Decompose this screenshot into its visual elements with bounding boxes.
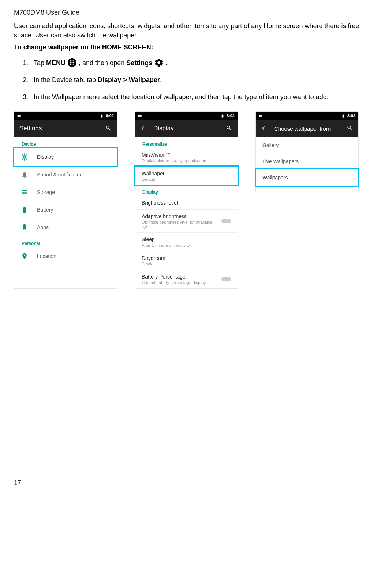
appbar: Settings (14, 120, 117, 137)
status-bar: ▭ ▮8:02 (256, 112, 358, 120)
batt-sub: Control battery percentage display (142, 280, 206, 285)
battery-icon: ▮ (221, 113, 224, 118)
daydream-sub: Clock (142, 262, 231, 266)
svg-point-6 (73, 62, 74, 63)
step-1-text-b: , and then open (77, 59, 126, 67)
android-icon (21, 224, 28, 231)
apps-grid-icon (67, 58, 77, 67)
batt-toggle[interactable] (221, 277, 231, 281)
battery-icon: ▮ (101, 113, 103, 118)
step-1: Tap MENU , and then open Settings . (30, 57, 378, 69)
wallpaper-title: Wallpaper (142, 171, 231, 176)
search-icon[interactable] (347, 125, 353, 133)
section-device: Device (14, 137, 117, 148)
row-display-label: Display (37, 154, 54, 160)
gear-icon (154, 58, 164, 67)
section-personal: Personal (14, 236, 117, 247)
section-heading: To change wallpaper on the HOME SCREEN: (14, 43, 378, 52)
svg-point-3 (73, 60, 74, 61)
row-wallpapers[interactable]: Wallpapers (256, 169, 358, 186)
row-display[interactable]: Display (14, 148, 117, 166)
section-personalize: Personalize (135, 137, 238, 148)
row-storage[interactable]: Storage (14, 183, 117, 201)
svg-point-8 (71, 63, 72, 64)
svg-point-9 (73, 63, 74, 64)
svg-point-5 (71, 62, 72, 63)
battery-icon (21, 206, 28, 213)
batt-title: Battery Percentage (142, 274, 206, 280)
step-3: In the Wallpaper menu select the locatio… (30, 92, 378, 103)
step-1-text-a: Tap (34, 59, 46, 67)
step-1-settings: Settings (126, 59, 152, 67)
row-sound-label: Sound & notification (37, 172, 83, 178)
status-time: 8:02 (347, 113, 355, 118)
row-miravision[interactable]: MiraVision™ Display picture quality opti… (135, 148, 238, 167)
row-battery[interactable]: Battery (14, 201, 117, 219)
screenshot-indicator-icon: ▭ (17, 113, 21, 118)
svg-point-4 (70, 62, 71, 63)
intro-paragraph: User can add application icons, shortcut… (14, 22, 378, 40)
display-icon (21, 153, 28, 161)
row-gallery[interactable]: Gallery (256, 137, 358, 153)
sleep-title: Sleep (142, 236, 231, 242)
appbar: Choose wallpaper from (256, 120, 358, 137)
row-location-label: Location (37, 253, 56, 259)
svg-point-2 (71, 60, 72, 61)
row-storage-label: Storage (37, 189, 55, 195)
step-1-text-c: . (164, 59, 167, 67)
svg-point-1 (70, 60, 71, 61)
row-adaptive[interactable]: Adaptive brightness Optimize brightness … (135, 209, 238, 232)
row-sleep[interactable]: Sleep After 1 minute of inactivity (135, 232, 238, 251)
adaptive-title: Adaptive brightness (142, 213, 215, 219)
row-battery-percentage[interactable]: Battery Percentage Control battery perce… (135, 270, 238, 288)
status-bar: ▭ ▮8:02 (135, 112, 238, 120)
battery-icon: ▮ (342, 113, 344, 118)
row-daydream[interactable]: Daydream Clock (135, 251, 238, 270)
step-2: In the Device tab, tap Display > Wallpap… (30, 74, 378, 86)
status-bar: ▭ ▮8:02 (14, 112, 117, 120)
appbar-title: Display (153, 125, 174, 132)
row-sound[interactable]: Sound & notification (14, 166, 117, 183)
row-wallpaper[interactable]: Wallpaper Default (135, 167, 238, 185)
daydream-title: Daydream (142, 255, 231, 261)
appbar-title: Settings (19, 125, 42, 132)
doc-header: M700DM8 User Guide (14, 9, 378, 16)
status-time: 8:02 (227, 113, 235, 118)
bell-icon (21, 171, 28, 178)
screenshot-indicator-icon: ▭ (138, 113, 142, 118)
search-icon[interactable] (226, 125, 232, 133)
back-icon[interactable] (261, 125, 268, 133)
search-icon[interactable] (105, 125, 112, 133)
sleep-sub: After 1 minute of inactivity (142, 243, 231, 247)
step-1-menu: MENU (46, 59, 66, 67)
row-apps[interactable]: Apps (14, 219, 117, 236)
page-number: 17 (14, 479, 378, 487)
adaptive-toggle[interactable] (221, 219, 231, 223)
adaptive-sub: Optimize brightness level for available … (142, 220, 215, 229)
row-brightness[interactable]: Brightness level (135, 196, 238, 209)
miravision-sub: Display picture quality optimization (142, 158, 231, 163)
section-display: Display (135, 185, 238, 196)
row-battery-label: Battery (37, 207, 53, 213)
row-live-wallpapers[interactable]: Live Wallpapers (256, 153, 358, 169)
miravision-title: MiraVision™ (142, 152, 231, 158)
screenshot-display: ▭ ▮8:02 Display Personalize MiraVision™ … (135, 111, 238, 289)
location-icon (21, 253, 28, 260)
screenshot-settings: ▭ ▮8:02 Settings Device Display Sound & … (14, 111, 117, 289)
brightness-title: Brightness level (142, 200, 231, 206)
storage-icon (21, 189, 28, 196)
appbar-title: Choose wallpaper from (274, 126, 331, 132)
row-apps-label: Apps (37, 224, 49, 230)
appbar: Display (135, 120, 238, 137)
step-2-path: Display > Wallpaper (98, 76, 160, 83)
status-time: 8:02 (106, 113, 114, 118)
step-2-text-a: In the Device tab, tap (34, 76, 98, 83)
wallpaper-sub: Default (142, 177, 231, 182)
screenshot-indicator-icon: ▭ (259, 113, 262, 118)
back-icon[interactable] (140, 125, 147, 133)
steps-list: Tap MENU , and then open Settings . In t… (14, 57, 378, 103)
row-location[interactable]: Location (14, 247, 117, 265)
step-2-text-c: . (160, 76, 162, 83)
svg-point-7 (70, 63, 71, 64)
screenshot-choose-wallpaper: ▭ ▮8:02 Choose wallpaper from Gallery Li… (255, 111, 359, 193)
